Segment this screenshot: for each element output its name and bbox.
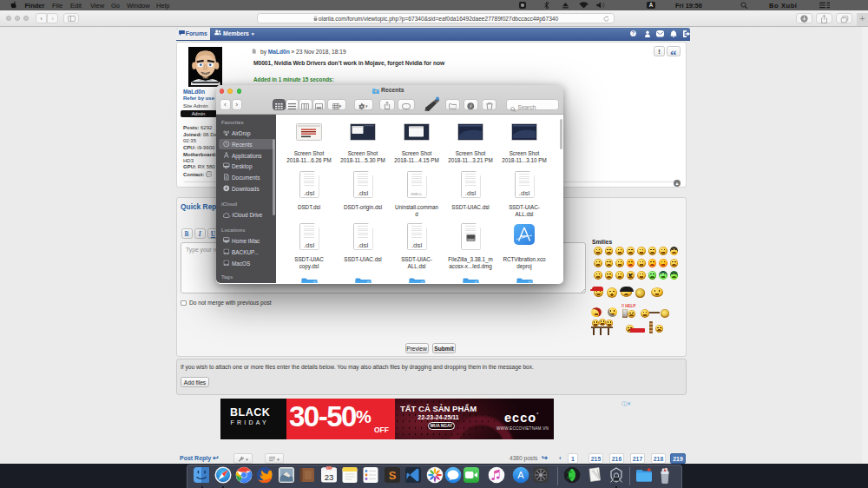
- svg-text:23: 23: [324, 472, 333, 482]
- svg-text:S: S: [388, 469, 396, 482]
- svg-text:?: ?: [632, 31, 635, 36]
- svg-text:NOV: NOV: [326, 466, 332, 470]
- svg-text:A: A: [517, 470, 524, 480]
